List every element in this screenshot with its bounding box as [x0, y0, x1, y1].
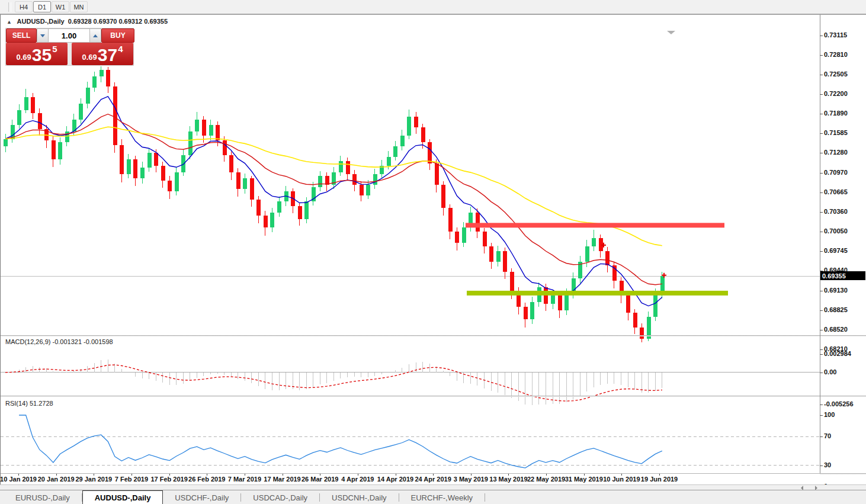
- buy-price-pip-digit: 4: [118, 44, 123, 54]
- price-axis-label: 0.68825: [824, 306, 848, 313]
- sell-price-pip-digit: 5: [52, 44, 57, 54]
- rsi-axis-label: 30: [824, 461, 831, 468]
- current-price-tag: 0.69355: [820, 271, 865, 280]
- macd-rsi-splitter[interactable]: [1, 396, 866, 397]
- price-axis-label: 0.70050: [824, 227, 848, 235]
- price-axis-tick: [820, 173, 823, 174]
- macd-axis-tick: [820, 354, 823, 355]
- sell-price-prefix: 0.69: [16, 53, 31, 62]
- tab-usdcad[interactable]: USDCAD-,Daily: [241, 490, 319, 504]
- toolbar-grip[interactable]: [8, 2, 11, 12]
- price-axis-label: 0.70665: [824, 188, 848, 195]
- price-axis-tick: [820, 75, 823, 75]
- price-axis-tick: [820, 232, 823, 232]
- date-axis-label: 17 Mar 2019: [264, 476, 300, 483]
- rsi-axis-tick: [820, 466, 823, 466]
- price-axis-label: 0.69130: [824, 287, 848, 294]
- sell-button[interactable]: SELL: [6, 28, 37, 43]
- price-axis-tick: [820, 330, 823, 330]
- price-axis-tick: [820, 310, 823, 311]
- date-axis-label: 26 Mar 2019: [302, 476, 338, 483]
- current-price-value: 0.69355: [822, 272, 846, 280]
- macd-axis-tick: [820, 373, 823, 373]
- rsi-axis-label: 70: [824, 432, 831, 439]
- chart-title: ▲ AUDUSD-,Daily 0.69328 0.69370 0.69312 …: [7, 18, 168, 25]
- volume-input[interactable]: [49, 28, 89, 43]
- date-axis-label: 31 May 2019: [565, 476, 603, 483]
- sell-price-display[interactable]: 0.69 35 5: [6, 43, 68, 65]
- date-axis[interactable]: 10 Jan 201920 Jan 201929 Jan 20197 Feb 2…: [1, 474, 820, 485]
- buy-price-big-digits: 37: [98, 45, 117, 65]
- tab-usdcnh[interactable]: USDCNH-,Daily: [320, 490, 398, 504]
- date-axis-label: 17 Feb 2019: [150, 476, 187, 483]
- timeframe-toolbar: H4D1W1MN: [0, 0, 866, 14]
- chart-window: 0.731150.728100.725050.722000.718900.715…: [0, 14, 866, 484]
- timeframe-button-d1[interactable]: D1: [33, 1, 51, 12]
- volume-increase-button[interactable]: [89, 28, 101, 43]
- macd-indicator-canvas[interactable]: [1, 351, 820, 410]
- timeframe-button-h4[interactable]: H4: [15, 1, 33, 12]
- buy-button[interactable]: BUY: [101, 28, 134, 43]
- price-axis-tick: [820, 291, 823, 291]
- chart-tabs: EURUSD-,DailyAUDUSD-,DailyUSDCHF-,DailyU…: [0, 490, 866, 504]
- chart-symbol-label: AUDUSD-,Daily: [17, 18, 65, 25]
- chevron-up-icon: [93, 32, 98, 37]
- rsi-axis-tick: [820, 436, 823, 437]
- date-axis-label: 14 Apr 2019: [377, 476, 413, 483]
- price-axis-tick: [820, 153, 823, 153]
- macd-axis-label: 0.002984: [824, 350, 851, 357]
- price-axis-label: 0.70970: [824, 169, 848, 176]
- price-axis-label: 0.70360: [824, 208, 848, 215]
- macd-label: MACD(12,26,9) -0.001321 -0.001598: [5, 338, 113, 345]
- price-chart-canvas[interactable]: [1, 29, 820, 349]
- buy-price-prefix: 0.69: [82, 53, 97, 62]
- price-axis-tick: [820, 212, 823, 213]
- date-axis-label: 24 Apr 2019: [415, 476, 451, 483]
- date-axis-label: 10 Jan 2019: [0, 476, 37, 483]
- price-axis-label: 0.72810: [824, 51, 848, 58]
- chart-ohlc-values: 0.69328 0.69370 0.69312 0.69355: [68, 18, 168, 25]
- mt4-terminal: H4D1W1MN 0.731150.728100.725050.722000.7…: [0, 0, 866, 504]
- macd-axis-label: -0.005256: [824, 400, 854, 407]
- date-axis-label: 7 Feb 2019: [115, 476, 148, 483]
- tab-eurusd[interactable]: EURUSD-,Daily: [4, 490, 82, 504]
- timeframe-button-w1[interactable]: W1: [52, 1, 69, 12]
- chart-shift-marker-icon[interactable]: [667, 31, 675, 34]
- candles-layer: [4, 66, 665, 342]
- volume-decrease-button[interactable]: [37, 28, 49, 43]
- price-axis-label: 0.71890: [824, 110, 848, 117]
- price-axis-tick: [820, 192, 823, 193]
- one-click-trading-panel: SELL BUY 0.69 35 5 0.69 37 4: [5, 28, 134, 66]
- date-axis-label: 20 Jan 2019: [38, 476, 75, 483]
- date-axis-label: 22 May 2019: [527, 476, 565, 483]
- collapse-arrow-icon[interactable]: ▲: [7, 19, 12, 25]
- tab-audusd[interactable]: AUDUSD-,Daily: [82, 490, 163, 504]
- price-axis-label: 0.71585: [824, 129, 848, 136]
- price-axis-tick: [820, 251, 823, 252]
- price-axis-tick: [820, 349, 823, 350]
- tab-usdchf[interactable]: USDCHF-,Daily: [163, 490, 240, 504]
- price-axis-tick: [820, 55, 823, 56]
- support-line[interactable]: [467, 291, 728, 296]
- price-axis-tick: [820, 94, 823, 95]
- date-axis-label: 29 Jan 2019: [75, 476, 112, 483]
- tab-eurchf[interactable]: EURCHF-,Weekly: [399, 490, 485, 504]
- macd-axis-label: 0.00: [824, 368, 836, 375]
- price-axis-label: 0.72200: [824, 90, 848, 97]
- date-axis-label: 26 Feb 2019: [188, 476, 225, 483]
- timeframe-buttons: H4D1W1MN: [15, 1, 88, 12]
- price-axis-tick: [820, 36, 823, 36]
- price-axis-label: 0.69745: [824, 247, 848, 254]
- price-axis-label: 0.71280: [824, 149, 848, 156]
- rsi-axis-tick: [820, 415, 823, 416]
- moving-average-mid: [5, 114, 662, 285]
- date-axis-label: 3 May 2019: [454, 476, 488, 483]
- price-axis-tick: [820, 133, 823, 134]
- chart-macd-splitter[interactable]: [1, 335, 866, 336]
- buy-price-display[interactable]: 0.69 37 4: [72, 43, 133, 65]
- date-axis-label: 13 May 2019: [489, 476, 527, 483]
- rsi-line: [19, 415, 662, 468]
- timeframe-button-mn[interactable]: MN: [70, 1, 88, 12]
- macd-axis-tick: [820, 405, 823, 405]
- resistance-line[interactable]: [466, 223, 724, 227]
